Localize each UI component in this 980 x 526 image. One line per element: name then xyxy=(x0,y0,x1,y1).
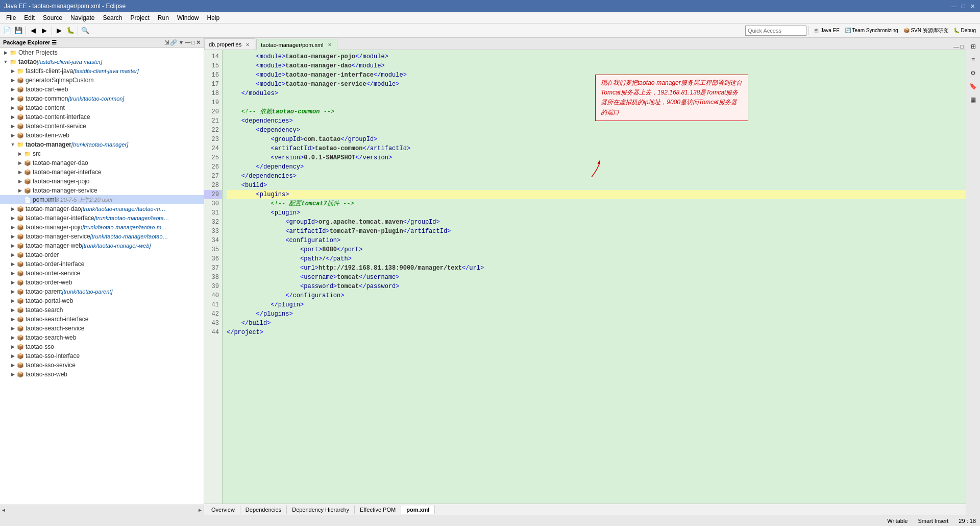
menu-search[interactable]: Search xyxy=(99,13,126,22)
toggle-search-web[interactable]: ▶ xyxy=(9,335,16,340)
tree-item-src[interactable]: ▶ 📁 src xyxy=(0,149,204,158)
right-icon-2[interactable]: ≡ xyxy=(967,54,979,66)
menu-run[interactable]: Run xyxy=(154,13,173,22)
tree-item-portal-web[interactable]: ▶ 📦 taotao-portal-web xyxy=(0,296,204,305)
tree-item-order-svc[interactable]: ▶ 📦 taotao-order-service xyxy=(0,269,204,278)
toolbar-run[interactable]: ▶ xyxy=(54,26,64,36)
tree-item-sso-if[interactable]: ▶ 📦 taotao-sso-interface xyxy=(0,351,204,361)
toolbar-search[interactable]: 🔍 xyxy=(80,26,90,36)
toggle-if-trunk[interactable]: ▶ xyxy=(9,216,16,221)
menu-help[interactable]: Help xyxy=(203,13,224,22)
toggle-fastdfs[interactable]: ▶ xyxy=(9,68,16,74)
toggle-content-interface[interactable]: ▶ xyxy=(9,114,16,119)
tree-item-if-trunk[interactable]: ▶ 📦 taotao-manager-interface [trunk/taot… xyxy=(0,213,204,223)
menu-edit[interactable]: Edit xyxy=(20,13,39,22)
sidebar-collapse-all[interactable]: ⇲ xyxy=(164,39,169,46)
toolbar-new[interactable]: 📄 xyxy=(2,26,12,36)
toggle-sso-if[interactable]: ▶ xyxy=(9,353,16,358)
toggle-order[interactable]: ▶ xyxy=(9,252,16,257)
tree-item-content-service[interactable]: ▶ 📦 taotao-content-service xyxy=(0,122,204,131)
tree-item-common[interactable]: ▶ 📦 taotao-common [trunk/taotao-common] xyxy=(0,94,204,103)
toggle-mgr-interface[interactable]: ▶ xyxy=(16,170,23,175)
toggle-content[interactable]: ▶ xyxy=(9,105,16,110)
perspective-javaee[interactable]: ☕ Java EE xyxy=(811,26,842,36)
toggle-order-web[interactable]: ▶ xyxy=(9,280,16,285)
menu-project[interactable]: Project xyxy=(126,13,153,22)
toggle-manager[interactable]: ▼ xyxy=(9,142,16,147)
editor-maximize[interactable]: □ xyxy=(960,43,964,50)
sidebar-maximize[interactable]: □ xyxy=(191,39,195,46)
code-lines[interactable]: <module>taotao-manager-pojo</module> <mo… xyxy=(223,50,966,504)
perspective-debug[interactable]: 🐛 Debug xyxy=(951,26,978,36)
right-icon-4[interactable]: 🔖 xyxy=(967,80,979,92)
tree-item-search-svc[interactable]: ▶ 📦 taotao-search-service xyxy=(0,324,204,333)
toggle-dao-trunk[interactable]: ▶ xyxy=(9,206,16,211)
tree-item-sso-svc[interactable]: ▶ 📦 taotao-sso-service xyxy=(0,361,204,370)
toggle-search[interactable]: ▶ xyxy=(9,307,16,313)
toggle-common[interactable]: ▶ xyxy=(9,96,16,101)
toggle-sso-web[interactable]: ▶ xyxy=(9,372,16,377)
right-icon-3[interactable]: ⚙ xyxy=(967,67,979,79)
tree-item-search[interactable]: ▶ 📦 taotao-search xyxy=(0,305,204,315)
toggle-portal-web[interactable]: ▶ xyxy=(9,298,16,303)
tab-pom-xml-bottom[interactable]: pom.xml xyxy=(401,506,435,514)
toggle-search-svc[interactable]: ▶ xyxy=(9,326,16,331)
tree-item-item-web[interactable]: ▶ 📦 taotao-item-web xyxy=(0,131,204,140)
minimize-button[interactable]: — xyxy=(950,3,958,10)
sidebar-link[interactable]: 🔗 xyxy=(170,39,177,46)
toggle-generator[interactable]: ▶ xyxy=(9,78,16,83)
tab-effective-pom[interactable]: Effective POM xyxy=(355,506,401,514)
tree-item-pom-xml[interactable]: 📄 pom.xml 8 20-7-5 上午2:20 user xyxy=(0,195,204,204)
tree-item-sso[interactable]: ▶ 📦 taotao-sso xyxy=(0,342,204,351)
tree-item-fastdfs[interactable]: ▶ 📁 fastdfs-client-java [fastdfs-client-… xyxy=(0,66,204,76)
menu-file[interactable]: File xyxy=(2,13,20,22)
tree-item-sso-web[interactable]: ▶ 📦 taotao-sso-web xyxy=(0,370,204,379)
toolbar-forward[interactable]: ▶ xyxy=(39,26,50,36)
tab-db-properties-close[interactable]: ✕ xyxy=(246,42,250,47)
toggle-parent[interactable]: ▶ xyxy=(9,289,16,294)
toolbar-debug[interactable]: 🐛 xyxy=(65,26,76,36)
tab-dep-hierarchy[interactable]: Dependency Hierarchy xyxy=(287,506,355,514)
tree-item-mgr-interface[interactable]: ▶ 📦 taotao-manager-interface xyxy=(0,168,204,177)
menu-source[interactable]: Source xyxy=(39,13,66,22)
tree-item-content-interface[interactable]: ▶ 📦 taotao-content-interface xyxy=(0,112,204,122)
close-button[interactable]: ✕ xyxy=(969,3,976,10)
sidebar-minimize[interactable]: — xyxy=(185,39,190,46)
tree-item-order[interactable]: ▶ 📦 taotao-order xyxy=(0,250,204,259)
tree-item-mgr-pojo[interactable]: ▶ 📦 taotao-manager-pojo xyxy=(0,177,204,186)
tree-item-cart-web[interactable]: ▶ 📦 taotao-cart-web xyxy=(0,85,204,94)
toggle-mgr-service[interactable]: ▶ xyxy=(16,188,23,193)
tree-item-mgr-dao[interactable]: ▶ 📦 taotao-manager-dao xyxy=(0,158,204,168)
tab-dependencies[interactable]: Dependencies xyxy=(240,506,287,514)
sidebar-menu[interactable]: ▼ xyxy=(178,39,184,46)
tab-pom-xml[interactable]: taotao-manager/pom.xml ✕ xyxy=(256,39,337,50)
right-icon-1[interactable]: ⊞ xyxy=(967,40,979,53)
scroll-right[interactable]: ▶ xyxy=(199,507,202,513)
tree-item-other-projects[interactable]: ▶ 📁 Other Projects xyxy=(0,48,204,57)
toggle-content-service[interactable]: ▶ xyxy=(9,124,16,129)
scroll-left[interactable]: ◀ xyxy=(2,507,5,513)
toolbar-back[interactable]: ◀ xyxy=(28,26,38,36)
tab-overview[interactable]: Overview xyxy=(206,506,240,514)
toggle-pojo-trunk[interactable]: ▶ xyxy=(9,225,16,230)
tree-item-order-if[interactable]: ▶ 📦 taotao-order-interface xyxy=(0,259,204,269)
tab-db-properties[interactable]: db.properties ✕ xyxy=(204,38,255,50)
editor-minimize[interactable]: — xyxy=(953,43,959,50)
sidebar-close[interactable]: ✕ xyxy=(196,39,201,46)
toggle-src[interactable]: ▶ xyxy=(16,151,23,156)
toggle-other-projects[interactable]: ▶ xyxy=(2,50,9,55)
tree-item-taotao[interactable]: ▼ 📁 taotao [fastdfs-client-java master] xyxy=(0,57,204,66)
toolbar-save[interactable]: 💾 xyxy=(13,26,23,36)
right-icon-5[interactable]: ▦ xyxy=(967,93,979,106)
toggle-sso[interactable]: ▶ xyxy=(9,344,16,349)
maximize-button[interactable]: □ xyxy=(960,3,967,10)
tree-item-mgr-web[interactable]: ▶ 📦 taotao-manager-web [trunk/taotao-man… xyxy=(0,241,204,250)
toggle-sso-svc[interactable]: ▶ xyxy=(9,363,16,368)
toggle-order-svc[interactable]: ▶ xyxy=(9,271,16,276)
tab-pom-xml-close[interactable]: ✕ xyxy=(328,42,332,47)
tree-item-dao-trunk[interactable]: ▶ 📦 taotao-manager-dao [trunk/taotao-man… xyxy=(0,204,204,213)
toggle-cart-web[interactable]: ▶ xyxy=(9,87,16,92)
code-editor[interactable]: 14 15 16 17 18 19 20 21 22 23 24 25 26 2… xyxy=(204,50,966,504)
toggle-mgr-pojo[interactable]: ▶ xyxy=(16,179,23,184)
toggle-svc-trunk[interactable]: ▶ xyxy=(9,234,16,239)
